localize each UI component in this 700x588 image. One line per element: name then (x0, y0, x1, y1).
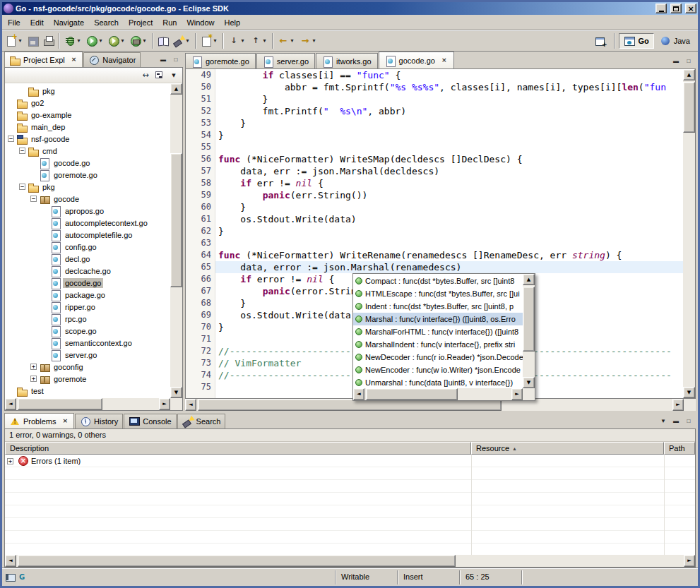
open-resource-button[interactable] (155, 32, 171, 49)
code-line-64[interactable]: func (*NiceFormatter) WriteRename(rename… (215, 249, 683, 261)
scroll-right-icon[interactable]: ► (672, 399, 684, 411)
scroll-thumb[interactable] (523, 287, 535, 352)
code-line-53[interactable]: } (215, 117, 683, 129)
dropdown-arrow-icon[interactable]: ▾ (212, 37, 218, 44)
bottom-view-menu-icon[interactable]: ▼ (658, 416, 669, 426)
dropdown-arrow-icon[interactable]: ▾ (141, 37, 148, 44)
code-line-50[interactable]: abbr = fmt.Sprintf("%s %s%s", classes[i]… (215, 81, 683, 93)
external-tools-button[interactable]: ▾ (128, 32, 150, 49)
scroll-up-icon[interactable]: ▲ (523, 274, 535, 285)
code-line-60[interactable]: } (215, 201, 683, 213)
titlebar[interactable]: Go - nsf-gocode/src/pkg/gocode/gocode.go… (2, 2, 698, 15)
editor-vertical-scrollbar[interactable]: ▲ ▼ (683, 69, 695, 398)
close-button[interactable]: × (685, 4, 696, 13)
scroll-thumb[interactable] (366, 388, 458, 400)
editor-tab-goremote-go[interactable]: goremote.go (185, 53, 256, 68)
menu-search[interactable]: Search (89, 16, 124, 29)
explorer-horizontal-scrollbar[interactable]: ◄ ► (5, 398, 170, 410)
tree-item-nsf-gocode[interactable]: −nsf-gocode (5, 133, 170, 145)
perspective-go-button[interactable]: Go (619, 33, 653, 49)
dropdown-arrow-icon[interactable]: ▾ (261, 37, 268, 44)
code-line-49[interactable]: if classes[i] == "func" { (215, 69, 683, 81)
view-tab-navigator[interactable]: Navigator (83, 52, 141, 67)
tree-item-pkg[interactable]: pkg (5, 85, 170, 97)
scroll-left-icon[interactable]: ◄ (5, 555, 16, 567)
code-line-56[interactable]: func (*NiceFormatter) WriteSMap(decldesc… (215, 153, 683, 165)
tree-item-pkg[interactable]: −pkg (5, 181, 170, 193)
dropdown-arrow-icon[interactable]: ▾ (97, 37, 104, 44)
dropdown-arrow-icon[interactable]: ▾ (239, 37, 246, 44)
expand-handle-icon[interactable]: + (7, 458, 13, 464)
code-line-58[interactable]: if err != nil { (215, 177, 683, 189)
completion-item-marshalindent[interactable]: MarshalIndent : func(v interface{}, pref… (353, 338, 523, 351)
tree-item-decl-go[interactable]: decl.go (5, 253, 170, 265)
tree-item-go-example[interactable]: go-example (5, 109, 170, 121)
view-tab-project-expl[interactable]: Project Expl× (4, 52, 83, 67)
back-button[interactable]: ▾ (275, 32, 297, 49)
collapse-handle-icon[interactable]: − (8, 136, 14, 142)
view-tab-history[interactable]: History (75, 414, 123, 428)
code-line-63[interactable] (215, 237, 683, 249)
minimize-button[interactable] (655, 4, 667, 13)
link-with-editor-icon[interactable] (140, 70, 151, 81)
code-line-57[interactable]: data, err := json.Marshal(decldescs) (215, 165, 683, 177)
collapse-handle-icon[interactable]: − (19, 184, 25, 190)
code-line-65[interactable]: data, error := json.Marshal(renamedescs) (215, 261, 683, 273)
editor-minimize-button[interactable]: ▬ (670, 56, 682, 66)
menu-edit[interactable]: Edit (25, 16, 49, 29)
completion-item-compact[interactable]: Compact : func(dst *bytes.Buffer, src []… (353, 275, 523, 287)
menu-project[interactable]: Project (124, 16, 158, 29)
maximize-button[interactable] (670, 4, 682, 13)
scroll-thumb[interactable] (18, 398, 102, 410)
scroll-track[interactable] (683, 80, 695, 387)
new-wizard-button[interactable]: ▾ (4, 32, 25, 49)
tree-item-test[interactable]: test (5, 385, 170, 397)
scroll-left-icon[interactable]: ◄ (353, 388, 364, 400)
tree-item-autocompletefile-go[interactable]: autocompletefile.go (5, 229, 170, 241)
tree-item-rpc-go[interactable]: rpc.go (5, 313, 170, 325)
view-tab-search[interactable]: Search (177, 414, 226, 428)
explorer-vertical-scrollbar[interactable]: ▲ ▼ (170, 83, 182, 398)
close-icon[interactable]: × (70, 56, 78, 64)
menu-help[interactable]: Help (220, 16, 246, 29)
menu-run[interactable]: Run (158, 16, 182, 29)
dropdown-arrow-icon[interactable]: ▾ (184, 37, 191, 44)
collapse-all-icon[interactable] (154, 70, 165, 81)
completion-item-indent[interactable]: Indent : func(dst *bytes.Buffer, src []u… (353, 300, 523, 313)
bottom-minimize-button[interactable]: ▬ (670, 416, 682, 426)
completion-item-newdecoder[interactable]: NewDecoder : func(r io.Reader) *json.Dec… (353, 351, 523, 364)
scroll-right-icon[interactable]: ► (511, 388, 523, 400)
tree-item-config-go[interactable]: config.go (5, 241, 170, 253)
code-line-51[interactable]: } (215, 93, 683, 105)
problems-row-errors-1-item[interactable]: +Errors (1 item) (7, 455, 81, 467)
tree-item-gocode[interactable]: −gocode (5, 193, 170, 205)
search-button[interactable]: ▾ (171, 32, 193, 49)
scroll-track[interactable] (170, 95, 182, 387)
tree-item-package-go[interactable]: package.go (5, 289, 170, 301)
code-line-54[interactable]: } (215, 129, 683, 141)
scroll-track[interactable] (364, 388, 511, 400)
fast-view-icon[interactable] (5, 572, 16, 583)
perspective-java-button[interactable]: Java (655, 33, 694, 49)
tree-item-semanticcontext-go[interactable]: semanticcontext.go (5, 337, 170, 349)
editor-tab-server-go[interactable]: server.go (256, 53, 315, 68)
tree-item-apropos-go[interactable]: apropos.go (5, 205, 170, 217)
editor-maximize-button[interactable]: □ (683, 56, 694, 66)
tree-item-gocode-go[interactable]: gocode.go (5, 157, 170, 169)
menu-file[interactable]: File (3, 16, 25, 29)
tree-item-goconfig[interactable]: +goconfig (5, 361, 170, 373)
scroll-right-icon[interactable]: ► (159, 398, 170, 410)
autocomplete-horizontal-scrollbar[interactable]: ◄ ► (353, 388, 523, 400)
code-line-52[interactable]: fmt.Printf(" %s\n", abbr) (215, 105, 683, 117)
tree-item-cmd[interactable]: −cmd (5, 145, 170, 157)
previous-annotation-button[interactable]: ▾ (248, 32, 270, 49)
next-annotation-button[interactable]: ▾ (226, 32, 248, 49)
column-header-path[interactable]: Path (664, 442, 695, 455)
view-menu-icon[interactable] (168, 70, 179, 81)
print-button[interactable] (41, 32, 57, 49)
editor-tab-itworks-go[interactable]: itworks.go (316, 53, 378, 68)
close-icon[interactable]: × (61, 417, 69, 425)
dropdown-arrow-icon[interactable]: ▾ (76, 37, 82, 44)
column-header-description[interactable]: Description (5, 442, 471, 455)
code-line-55[interactable] (215, 141, 683, 153)
